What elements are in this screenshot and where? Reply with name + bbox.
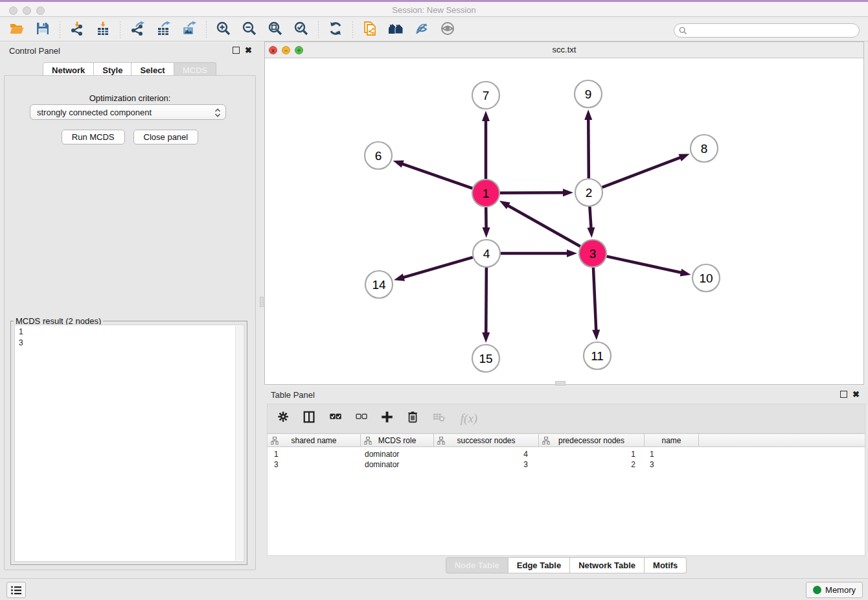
home-button[interactable]: [383, 20, 409, 40]
column-header-name[interactable]: name: [645, 434, 699, 446]
toolbar-separator: [352, 21, 353, 38]
search-input[interactable]: [687, 25, 859, 36]
edge-1-6[interactable]: [398, 163, 472, 189]
edge-1-2[interactable]: [500, 192, 567, 193]
add-row-button[interactable]: [379, 409, 396, 428]
tab-motifs[interactable]: Motifs: [645, 557, 687, 573]
save-button[interactable]: [30, 20, 56, 40]
node-table: shared nameMCDS rolesuccessor nodesprede…: [267, 433, 865, 556]
vertical-splitter[interactable]: [259, 43, 264, 577]
edge-4-15[interactable]: [486, 268, 486, 337]
edge-4-14[interactable]: [400, 257, 473, 279]
cell-shared-name[interactable]: 3: [268, 460, 361, 469]
vertical-splitter-handle[interactable]: [260, 297, 264, 307]
export-image-button[interactable]: [176, 20, 202, 40]
edge-arrow-2-8: [678, 154, 689, 161]
zoom-selected-button[interactable]: [288, 20, 314, 40]
network-window-titlebar[interactable]: x – + scc.txt: [265, 42, 863, 58]
hide-details-button[interactable]: [409, 20, 435, 40]
network-view-window: x – + scc.txt 7968124314101511: [264, 41, 864, 385]
select-all-button[interactable]: [327, 409, 344, 428]
zoom-in-button[interactable]: [211, 20, 236, 40]
import-network-button[interactable]: [64, 20, 90, 40]
export-network-icon: [130, 21, 145, 39]
column-header-shared-name[interactable]: shared name: [268, 434, 361, 446]
show-details-button[interactable]: [435, 20, 461, 40]
edge-2-8[interactable]: [602, 156, 685, 187]
delete-table-button: [431, 409, 448, 428]
tab-node-table[interactable]: Node Table: [446, 557, 508, 573]
column-type-icon: [437, 437, 445, 444]
criterion-dropdown[interactable]: strongly connected component: [30, 104, 226, 120]
duplicate-network-button[interactable]: [357, 20, 383, 40]
export-network-button[interactable]: [124, 20, 150, 40]
edge-arrow-1-4: [483, 227, 490, 238]
edge-arrow-2-9: [584, 110, 592, 120]
task-list-button[interactable]: [6, 582, 26, 598]
column-layout-button[interactable]: [301, 409, 318, 428]
delete-table-icon: [432, 410, 446, 427]
node-label-10: 10: [699, 271, 713, 285]
export-table-button[interactable]: [150, 20, 176, 40]
table-row[interactable]: 3dominator323: [268, 459, 865, 470]
edge-3-10[interactable]: [606, 257, 685, 273]
node-label-6: 6: [375, 149, 382, 163]
column-layout-icon: [303, 410, 317, 427]
delete-row-button[interactable]: [405, 409, 422, 428]
table-body: 1dominator4113dominator323: [268, 447, 865, 470]
result-item[interactable]: 1: [19, 327, 244, 338]
open-folder-icon: [9, 21, 25, 39]
column-header-MCDS-role[interactable]: MCDS role: [361, 434, 434, 446]
table-row[interactable]: 1dominator411: [268, 449, 865, 459]
table-float-icon[interactable]: [840, 391, 847, 398]
tab-edge-table[interactable]: Edge Table: [508, 557, 570, 573]
cell-successor-nodes[interactable]: 4: [434, 450, 539, 459]
export-table-icon: [155, 21, 171, 39]
table-close-icon[interactable]: ✖: [852, 389, 860, 399]
edge-arrow-3-10: [680, 269, 691, 277]
search-box[interactable]: [674, 23, 860, 38]
settings-gear-icon: [277, 410, 291, 427]
tab-network-table[interactable]: Network Table: [570, 557, 645, 573]
memory-label: Memory: [825, 585, 856, 595]
import-table-button[interactable]: [90, 20, 116, 40]
zoom-fit-button[interactable]: [262, 20, 288, 40]
result-scrollbar[interactable]: [235, 326, 243, 560]
edge-3-11[interactable]: [593, 268, 597, 334]
toolbar-separator: [120, 21, 120, 38]
float-panel-icon[interactable]: [233, 47, 240, 54]
deselect-all-button[interactable]: [353, 409, 370, 428]
edge-2-9[interactable]: [588, 115, 589, 178]
table-panel: Table Panel ✖ f(x) shared nameMCDS roles…: [264, 387, 868, 577]
list-icon: [10, 585, 22, 595]
horizontal-splitter-handle[interactable]: [555, 381, 565, 386]
cell-name[interactable]: 1: [645, 450, 699, 459]
run-mcds-button[interactable]: Run MCDS: [62, 130, 125, 144]
cell-MCDS-role[interactable]: dominator: [361, 460, 434, 469]
table-header-row: shared nameMCDS rolesuccessor nodesprede…: [268, 434, 865, 447]
memory-button[interactable]: Memory: [806, 582, 863, 598]
optimization-criterion-label: Optimization criterion:: [5, 93, 255, 103]
cell-successor-nodes[interactable]: 3: [434, 460, 539, 469]
zoom-out-button[interactable]: [236, 20, 262, 40]
mcds-result-list[interactable]: 13: [14, 325, 244, 562]
column-header-predecessor-nodes[interactable]: predecessor nodes: [539, 434, 645, 446]
duplicate-network-icon: [362, 21, 378, 39]
cell-predecessor-nodes[interactable]: 1: [539, 450, 645, 459]
toolbar-separator: [206, 21, 207, 38]
cell-shared-name[interactable]: 1: [268, 450, 361, 459]
table-panel-title: Table Panel: [271, 390, 315, 400]
cell-name[interactable]: 3: [645, 460, 699, 469]
edge-arrow-1-7: [482, 111, 490, 121]
network-canvas[interactable]: 7968124314101511: [265, 58, 863, 384]
open-folder-button[interactable]: [4, 20, 30, 40]
close-panel-icon[interactable]: ✖: [245, 45, 252, 55]
column-header-successor-nodes[interactable]: successor nodes: [434, 434, 539, 446]
cell-predecessor-nodes[interactable]: 2: [539, 460, 645, 469]
settings-gear-button[interactable]: [275, 409, 292, 428]
cell-MCDS-role[interactable]: dominator: [361, 450, 434, 459]
close-panel-button[interactable]: Close panel: [133, 130, 199, 144]
result-item[interactable]: 3: [19, 338, 244, 349]
refresh-button[interactable]: [323, 20, 348, 40]
edge-3-1[interactable]: [505, 203, 580, 246]
